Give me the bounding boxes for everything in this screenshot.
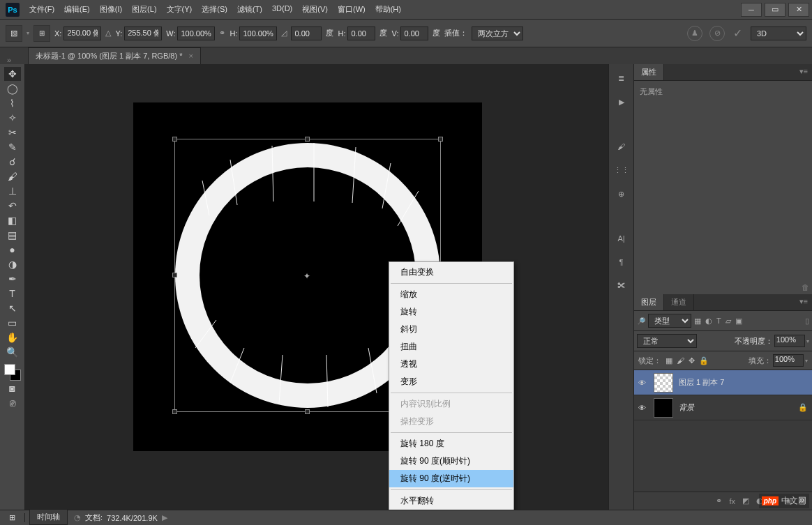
clone-source-panel-icon[interactable]: ⊕ <box>613 185 630 202</box>
transform-tool-icon[interactable]: ▧ <box>6 25 22 42</box>
layers-tab[interactable]: 图层 <box>634 294 664 310</box>
marquee-tool-icon[interactable]: ◯ <box>4 82 21 96</box>
layer-thumbnail[interactable] <box>654 398 673 418</box>
context-menu-item[interactable]: 透视 <box>389 356 513 373</box>
link-wh-icon[interactable]: ⚭ <box>219 29 225 38</box>
opacity-input[interactable]: 100% <box>774 335 805 347</box>
panel-menu-icon[interactable]: ▾≡ <box>795 64 812 80</box>
foreground-color-swatch[interactable] <box>4 364 15 375</box>
blend-mode-select[interactable]: 正常 <box>637 334 697 348</box>
angle-input[interactable] <box>291 26 322 40</box>
lasso-tool-icon[interactable]: ⌇ <box>4 96 21 110</box>
color-swatches[interactable] <box>4 364 21 381</box>
layer-name-label[interactable]: 图层 1 副本 7 <box>679 377 724 388</box>
history-brush-tool-icon[interactable]: ↶ <box>4 199 21 213</box>
filter-type-icon[interactable]: T <box>716 317 721 325</box>
layer-row[interactable]: 👁图层 1 副本 7 <box>634 370 812 395</box>
context-menu-item[interactable]: 旋转 180 度 <box>389 435 513 452</box>
filter-pixel-icon[interactable]: ▦ <box>694 317 701 326</box>
document-tab[interactable]: 未标题-1 @ 100% (图层 1 副本 7, RGB/8) * × <box>28 47 201 64</box>
filter-toggle-icon[interactable]: ▯ <box>805 317 809 325</box>
zoom-tool-icon[interactable]: 🔍 <box>4 345 21 359</box>
dodge-tool-icon[interactable]: ◑ <box>4 257 21 271</box>
context-menu-item[interactable]: 旋转 90 度(逆时针) <box>389 470 513 487</box>
fill-input[interactable]: 100% <box>773 354 804 367</box>
close-tab-icon[interactable]: × <box>189 52 193 60</box>
crop-tool-icon[interactable]: ✂ <box>4 125 21 139</box>
lock-position-icon[interactable]: ✥ <box>689 356 695 365</box>
visibility-toggle-icon[interactable]: 👁 <box>638 379 648 387</box>
eraser-tool-icon[interactable]: ◧ <box>4 213 21 227</box>
lock-transparency-icon[interactable]: ▦ <box>666 356 672 365</box>
transform-handle-bl[interactable] <box>172 409 177 414</box>
y-input[interactable] <box>124 26 162 40</box>
trash-icon[interactable]: 🗑 <box>802 283 809 291</box>
tool-presets-panel-icon[interactable]: ✀ <box>613 277 630 294</box>
link-layers-icon[interactable]: ⚭ <box>716 496 722 505</box>
channels-tab[interactable]: 通道 <box>664 294 694 310</box>
layer-name-label[interactable]: 背景 <box>679 402 694 413</box>
timeline-tab[interactable]: 时间轴 <box>29 509 68 525</box>
history-panel-icon[interactable]: ≣ <box>613 70 630 86</box>
menu-3d[interactable]: 3D(D) <box>268 1 296 17</box>
cancel-transform-icon[interactable]: ⊘ <box>709 26 725 41</box>
x-input[interactable] <box>63 26 101 40</box>
menu-file[interactable]: 文件(F) <box>25 1 59 17</box>
layer-thumbnail[interactable] <box>654 373 673 393</box>
eyedropper-tool-icon[interactable]: ✎ <box>4 140 21 154</box>
filter-smart-icon[interactable]: ▣ <box>735 317 742 326</box>
expand-tools-icon[interactable]: » <box>7 56 11 64</box>
blur-tool-icon[interactable]: ● <box>4 243 21 257</box>
maximize-button[interactable]: ▭ <box>765 3 785 17</box>
context-menu-item[interactable]: 自由变换 <box>389 264 513 281</box>
pen-tool-icon[interactable]: ✒ <box>4 272 21 286</box>
context-menu-item[interactable]: 扭曲 <box>389 338 513 356</box>
transform-pivot-icon[interactable]: ✦ <box>303 271 312 280</box>
lock-paint-icon[interactable]: 🖌 <box>677 356 684 365</box>
doc-info-arrow-icon[interactable]: ▶ <box>162 513 167 522</box>
brush-panel-icon[interactable]: 🖌 <box>613 138 630 155</box>
tool-preset-dropdown-icon[interactable]: ▾ <box>27 30 29 36</box>
transform-handle-t[interactable] <box>305 137 310 142</box>
warp-mode-icon[interactable]: ♟ <box>687 26 702 41</box>
screen-mode-icon[interactable]: ⎚ <box>4 396 21 410</box>
menu-type[interactable]: 文字(Y) <box>163 1 197 17</box>
reference-point-icon[interactable]: ⊞ <box>33 25 50 42</box>
filter-shape-icon[interactable]: ▱ <box>725 317 731 326</box>
3d-mode-select[interactable]: 3D <box>751 26 806 40</box>
actions-panel-icon[interactable]: ▶ <box>613 93 630 110</box>
interp-select[interactable]: 两次立方 <box>472 26 523 40</box>
layer-fx-icon[interactable]: fx <box>729 497 735 505</box>
menu-help[interactable]: 帮助(H) <box>371 1 405 17</box>
w-input[interactable] <box>177 26 215 40</box>
search-icon[interactable]: 🔎 <box>637 317 645 325</box>
shape-tool-icon[interactable]: ▭ <box>4 316 21 330</box>
skew-v-input[interactable] <box>400 26 428 40</box>
quick-mask-icon[interactable]: ◙ <box>4 381 21 395</box>
minimize-button[interactable]: ─ <box>741 3 762 17</box>
gradient-tool-icon[interactable]: ▤ <box>4 228 21 242</box>
skew-h-input[interactable] <box>347 26 375 40</box>
layers-panel-menu-icon[interactable]: ▾≡ <box>795 294 812 310</box>
context-menu-item[interactable]: 旋转 90 度(顺时针) <box>389 452 513 470</box>
lock-all-icon[interactable]: 🔒 <box>699 356 709 365</box>
menu-image[interactable]: 图像(I) <box>96 1 126 17</box>
clone-stamp-tool-icon[interactable]: ⊥ <box>4 184 21 198</box>
properties-tab[interactable]: 属性 <box>634 64 664 80</box>
transform-handle-tl[interactable] <box>172 137 177 142</box>
context-menu-item[interactable]: 水平翻转 <box>389 492 513 510</box>
layer-mask-icon[interactable]: ◩ <box>742 496 749 505</box>
commit-transform-icon[interactable]: ✓ <box>733 26 742 40</box>
context-menu-item[interactable]: 斜切 <box>389 321 513 338</box>
layer-row[interactable]: 👁背景🔒 <box>634 395 812 420</box>
context-menu-item[interactable]: 旋转 <box>389 303 513 321</box>
menu-view[interactable]: 视图(V) <box>298 1 332 17</box>
transform-handle-b[interactable] <box>305 409 310 414</box>
transform-handle-tr[interactable] <box>438 137 443 142</box>
brush-tool-icon[interactable]: 🖌 <box>4 169 21 183</box>
transform-handle-l[interactable] <box>172 273 177 277</box>
paragraph-panel-icon[interactable]: ¶ <box>613 254 630 271</box>
swap-xy-icon[interactable]: △ <box>105 29 111 38</box>
menu-layer[interactable]: 图层(L) <box>128 1 160 17</box>
menu-select[interactable]: 选择(S) <box>197 1 232 17</box>
